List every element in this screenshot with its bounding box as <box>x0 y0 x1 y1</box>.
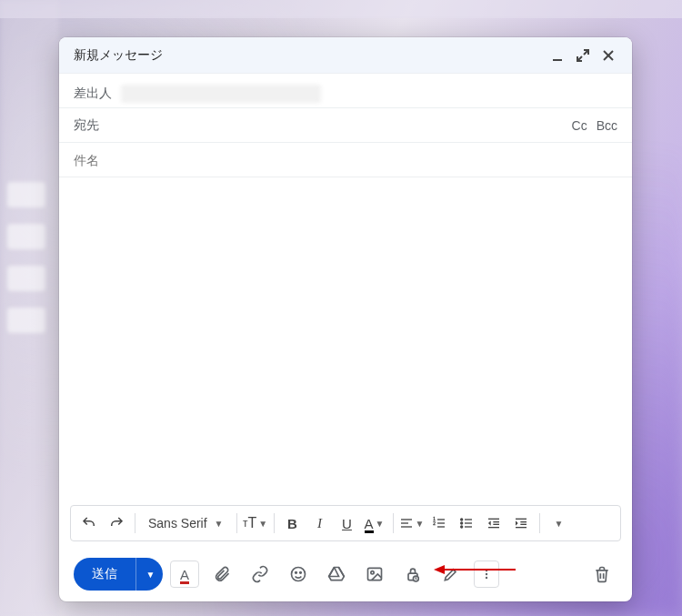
emoji-icon[interactable] <box>283 559 314 590</box>
chevron-down-icon: ▼ <box>215 519 224 529</box>
separator <box>236 513 237 533</box>
indent-more-button[interactable] <box>508 510 534 536</box>
bg-left-items <box>7 182 45 333</box>
svg-point-13 <box>460 526 462 528</box>
font-family-label: Sans Serif <box>148 516 207 530</box>
confidential-icon[interactable] <box>397 559 428 590</box>
font-family-picker[interactable]: Sans Serif ▼ <box>141 510 231 536</box>
to-row[interactable]: 宛先 Cc Bcc <box>59 108 632 143</box>
send-options-button[interactable]: ▼ <box>135 558 163 591</box>
from-label: 差出人 <box>74 86 112 102</box>
fullscreen-icon[interactable] <box>570 43 596 68</box>
bottom-toolbar: 送信 ▼ A <box>59 550 632 601</box>
bold-button[interactable]: B <box>280 510 306 536</box>
close-icon[interactable] <box>596 43 621 68</box>
svg-text:2: 2 <box>433 521 436 526</box>
from-row: 差出人 <box>59 74 632 108</box>
separator <box>539 513 540 533</box>
image-icon[interactable] <box>359 559 390 590</box>
discard-draft-icon[interactable] <box>587 559 617 590</box>
svg-point-27 <box>300 572 302 574</box>
text-color-picker[interactable]: A ▼ <box>362 510 387 536</box>
bg-topbar <box>0 0 682 18</box>
annotation-arrow <box>434 563 516 580</box>
drive-icon[interactable] <box>321 559 352 590</box>
numbered-list-button[interactable]: 12 <box>426 510 452 536</box>
format-more-button[interactable]: ▼ <box>546 510 571 536</box>
from-value-redacted <box>121 85 321 103</box>
send-button[interactable]: 送信 <box>74 558 135 591</box>
svg-point-29 <box>371 571 374 574</box>
compose-window: 新規メッセージ 差出人 宛先 Cc Bcc <box>59 37 632 601</box>
link-icon[interactable] <box>245 559 276 590</box>
font-size-picker[interactable]: тT ▼ <box>243 510 268 536</box>
redo-button[interactable] <box>104 510 129 536</box>
separator <box>393 513 394 533</box>
underline-button[interactable]: U <box>335 510 360 536</box>
chevron-down-icon: ▼ <box>146 570 155 580</box>
cc-button[interactable]: Cc <box>572 118 587 133</box>
body-area <box>59 177 632 505</box>
undo-button[interactable] <box>76 510 102 536</box>
separator <box>135 513 135 533</box>
align-picker[interactable]: ▼ <box>399 510 425 536</box>
background: 新規メッセージ 差出人 宛先 Cc Bcc <box>0 0 682 616</box>
bulleted-list-button[interactable] <box>454 510 479 536</box>
svg-point-25 <box>292 568 306 581</box>
bcc-button[interactable]: Bcc <box>597 118 617 133</box>
minimize-icon[interactable] <box>545 43 570 68</box>
svg-point-11 <box>460 519 462 520</box>
format-toolbar: Sans Serif ▼ тT ▼ B I U A ▼ ▼ 12 <box>70 505 621 541</box>
chevron-down-icon: ▼ <box>555 519 564 529</box>
indent-less-button[interactable] <box>481 510 506 536</box>
window-title: 新規メッセージ <box>74 47 545 64</box>
svg-marker-38 <box>434 565 445 574</box>
subject-input[interactable] <box>74 153 617 167</box>
text-color-glyph: A <box>365 517 374 530</box>
chevron-down-icon: ▼ <box>258 519 267 529</box>
subject-row <box>59 143 632 177</box>
italic-button[interactable]: I <box>307 510 333 536</box>
to-label: 宛先 <box>74 117 99 134</box>
compose-titlebar: 新規メッセージ <box>59 37 632 74</box>
svg-point-26 <box>296 572 297 574</box>
svg-point-12 <box>460 522 462 524</box>
chevron-down-icon: ▼ <box>376 519 385 529</box>
separator <box>274 513 275 533</box>
attachment-icon[interactable] <box>206 559 237 590</box>
formatting-toggle-button[interactable]: A <box>170 560 199 588</box>
send-button-group: 送信 ▼ <box>74 558 163 591</box>
body-input[interactable] <box>74 187 617 496</box>
svg-rect-28 <box>368 568 382 580</box>
chevron-down-icon: ▼ <box>416 519 425 529</box>
